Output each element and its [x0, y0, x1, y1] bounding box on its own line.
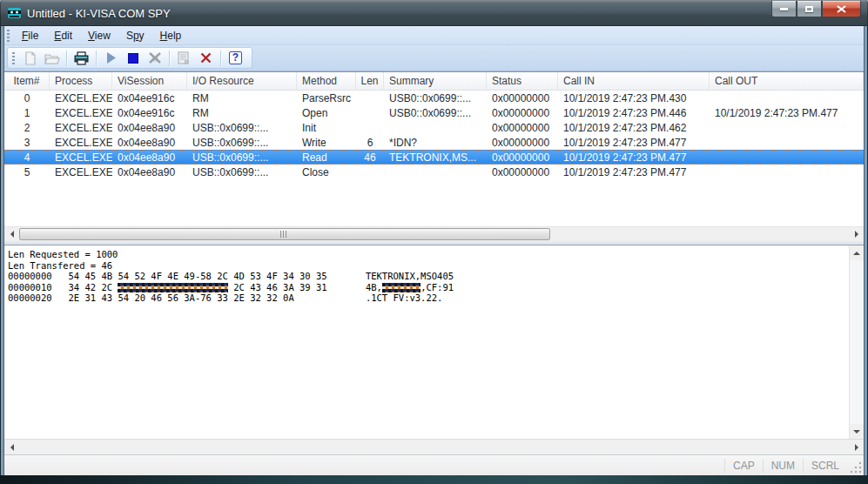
cell: 1 — [4, 107, 50, 119]
column-header-status[interactable]: Status — [487, 72, 558, 90]
hex-text: 2C 43 46 3A 39 31 4B, — [228, 282, 382, 292]
cell: 0x04ee8a90 — [112, 151, 187, 164]
print-button[interactable] — [71, 49, 91, 68]
table-row[interactable]: 1EXCEL.EXE0x04ee916cRMOpenUSB0::0x0699::… — [4, 105, 864, 120]
hex-dump-content: Len Requested = 1000Len Transfered = 460… — [4, 245, 849, 439]
cell: Open — [297, 107, 356, 119]
cell: 0 — [4, 92, 50, 104]
column-header-io-resource[interactable]: I/O Resource — [187, 72, 297, 90]
scrollbar-track[interactable] — [19, 227, 849, 241]
num-lock-indicator: NUM — [763, 459, 803, 473]
table-row[interactable]: 2EXCEL.EXE0x04ee8a90USB::0x0699::...Init… — [4, 120, 864, 135]
minimize-button[interactable] — [771, 1, 797, 17]
cell: 10/1/2019 2:47:23 PM.430 — [558, 92, 710, 104]
close-button[interactable] — [822, 1, 861, 17]
column-header-process[interactable]: Process — [50, 72, 112, 90]
cell: USB0::0x0699::... — [384, 92, 487, 104]
arrow-down-icon — [853, 430, 860, 434]
cell: 3 — [4, 137, 50, 149]
toolbar-grip[interactable] — [12, 52, 15, 64]
hex-line: Len Requested = 1000 — [8, 249, 849, 260]
scrollbar-track[interactable] — [19, 440, 849, 454]
column-header-visession[interactable]: ViSession — [112, 72, 187, 90]
table-row[interactable]: 0EXCEL.EXE0x04ee916cRMParseRsrcUSB0::0x0… — [4, 91, 864, 105]
menu-view[interactable]: View — [80, 28, 118, 44]
hex-line: Len Transfered = 46 — [8, 260, 849, 272]
cell: EXCEL.EXE — [50, 166, 112, 178]
cell: EXCEL.EXE — [50, 151, 112, 164]
spy-call-list: Item# Process ViSession I/O Resource Met… — [4, 71, 864, 241]
cell: 0x04ee916c — [112, 92, 187, 104]
scrollbar-thumb[interactable] — [19, 228, 550, 240]
arrow-left-icon — [10, 444, 14, 451]
column-header-len[interactable]: Len — [356, 72, 384, 90]
scroll-left-button[interactable] — [4, 440, 19, 454]
scroll-down-button[interactable] — [850, 424, 864, 439]
cell: 10/1/2019 2:47:23 PM.477 — [558, 166, 710, 178]
scroll-right-button[interactable] — [849, 227, 864, 241]
app-icon — [7, 6, 22, 20]
hex-text: Len Requested = 1000 — [8, 249, 118, 259]
arrow-up-icon — [853, 252, 860, 255]
menu-help[interactable]: Help — [152, 28, 190, 44]
cell: *IDN? — [384, 137, 487, 149]
stop-icon — [128, 53, 138, 64]
column-header-call-out[interactable]: Call OUT — [710, 72, 864, 90]
cell: 10/1/2019 2:47:23 PM.477 — [558, 151, 710, 164]
menu-bar: File Edit View Spy Help — [4, 26, 864, 45]
title-bar[interactable]: Untitled - KI-VISA COM SPY — [0, 0, 868, 26]
table-row[interactable]: 4EXCEL.EXE0x04ee8a90USB::0x0699::...Read… — [4, 150, 864, 165]
cell: 4 — [4, 151, 50, 164]
cell: 0x00000000 — [487, 137, 558, 149]
open-button — [42, 49, 62, 68]
column-header-summary[interactable]: Summary — [384, 72, 487, 90]
cell: EXCEL.EXE — [50, 137, 112, 149]
cell: 0x04ee916c — [112, 107, 187, 119]
cell: 2 — [4, 122, 50, 134]
hex-vertical-scrollbar[interactable] — [849, 245, 864, 439]
cell: RM — [187, 92, 297, 104]
scrollbar-track[interactable] — [850, 260, 864, 424]
scroll-right-button[interactable] — [849, 440, 864, 454]
hex-horizontal-scrollbar[interactable] — [4, 439, 864, 454]
thumb-grip-icon — [280, 231, 288, 238]
cell: USB::0x0699::... — [187, 151, 297, 164]
column-header-item[interactable]: Item# — [4, 72, 50, 90]
cell: USB::0x0699::... — [187, 137, 297, 149]
menubar-grip[interactable] — [7, 30, 10, 42]
hex-line: 00000000 54 45 4B 54 52 4F 4E 49-58 2C 4… — [8, 271, 849, 282]
column-header-call-in[interactable]: Call IN — [558, 72, 710, 90]
toolbar-separator — [220, 50, 221, 66]
caps-lock-indicator: CAP — [724, 459, 763, 473]
open-folder-icon — [44, 52, 60, 64]
cell: Write — [297, 137, 356, 149]
column-header-method[interactable]: Method — [297, 72, 356, 90]
cell: 0x00000000 — [487, 92, 558, 104]
maximize-button[interactable] — [797, 1, 822, 17]
table-horizontal-scrollbar[interactable] — [4, 226, 864, 241]
stop-capture-button[interactable] — [123, 49, 143, 68]
scroll-up-button[interactable] — [850, 245, 864, 260]
scroll-left-button[interactable] — [4, 227, 19, 241]
menu-file[interactable]: File — [14, 28, 46, 44]
help-button[interactable]: ? — [225, 49, 246, 68]
clear-button[interactable] — [196, 49, 216, 68]
toolbar-separator — [169, 50, 170, 66]
censored-mosaic — [382, 283, 421, 292]
resize-grip[interactable] — [849, 460, 864, 475]
hex-text: 00000000 54 45 4B 54 52 4F 4E 49-58 2C 4… — [8, 271, 454, 281]
new-button — [20, 49, 40, 68]
print-icon — [74, 51, 89, 65]
hex-text: ,CF:91 — [421, 282, 454, 292]
hex-text: 00000010 34 42 2C — [8, 282, 118, 292]
help-icon: ? — [229, 51, 242, 64]
cell: 0x00000000 — [487, 151, 558, 164]
cell: 6 — [356, 137, 384, 149]
table-row[interactable]: 3EXCEL.EXE0x04ee8a90USB::0x0699::...Writ… — [4, 135, 864, 150]
censored-mosaic — [118, 283, 227, 292]
menu-spy[interactable]: Spy — [118, 28, 152, 44]
menu-edit[interactable]: Edit — [46, 28, 80, 44]
table-row[interactable]: 5EXCEL.EXE0x04ee8a90USB::0x0699::...Clos… — [4, 165, 864, 179]
toolbar: ? — [4, 45, 864, 71]
cell: Close — [297, 166, 356, 178]
